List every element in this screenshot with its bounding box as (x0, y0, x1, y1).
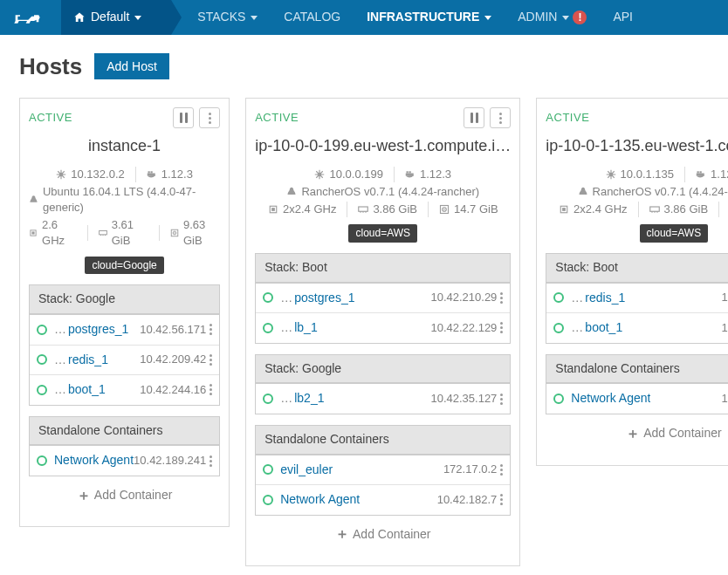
svg-rect-13 (409, 171, 410, 173)
environment-name: Default (91, 9, 129, 26)
container-ip: 10.42.209.42 (140, 352, 206, 367)
stack-section: Stack: Boot…postgres_110.42.210.29…lb_11… (255, 253, 511, 344)
stack-section: Stack: Google…lb2_110.42.35.127 (255, 354, 511, 414)
stack-header[interactable]: Stack: Boot (255, 253, 511, 282)
host-name: ip-10-0-1-135.eu-west-1.compute.i… (546, 135, 728, 157)
nav-item-infrastructure[interactable]: INFRASTRUCTURE (367, 9, 491, 26)
brand-logo[interactable] (0, 0, 61, 35)
host-os: RancherOS v0.7.1 (4.4.24-rancher) (286, 184, 479, 200)
top-nav: Default STACKSCATALOGINFRASTRUCTUREADMIN… (0, 0, 728, 35)
add-host-button[interactable]: Add Host (94, 53, 169, 79)
status-dot (263, 292, 273, 303)
host-card: ACTIVEip-10-0-1-135.eu-west-1.compute.i…… (536, 98, 728, 465)
page-header: Hosts Add Host (19, 51, 709, 82)
svg-rect-25 (562, 208, 566, 211)
name-prefix: … (571, 319, 583, 337)
container-link[interactable]: lb2_1 (294, 390, 324, 407)
more-menu-icon[interactable] (500, 463, 503, 476)
environment-switcher[interactable]: Default (61, 0, 171, 35)
chevron-down-icon (484, 16, 491, 20)
container-link[interactable]: redis_1 (68, 352, 108, 369)
nav-item-label: CATALOG (284, 9, 340, 26)
add-container-button[interactable]: ＋Add Container (29, 476, 220, 515)
container-row: …boot_110.42.244.16 (30, 374, 219, 405)
container-ip: 10.42.189.241 (134, 453, 206, 469)
container-link[interactable]: postgres_1 (294, 290, 354, 307)
host-ram: 3.61 GiB (99, 217, 148, 249)
status-dot (263, 495, 273, 505)
add-container-button[interactable]: ＋Add Container (546, 414, 728, 453)
chevron-down-icon (134, 16, 141, 20)
container-row: …postgres_110.42.210.29 (256, 283, 510, 313)
svg-rect-16 (359, 207, 368, 211)
host-card: ACTIVEinstance-110.132.0.21.12.3Ubuntu 1… (19, 98, 230, 527)
more-menu-icon (209, 112, 211, 125)
container-row: Network Agent10.42.110.76 (546, 383, 728, 414)
more-menu-icon[interactable] (500, 321, 503, 334)
host-disk: 9.63 GiB (170, 217, 220, 249)
nav-item-api[interactable]: API (613, 9, 633, 26)
host-disk: 14.7 GiB (439, 202, 498, 217)
container-ip: 10.42.244.16 (140, 382, 206, 398)
host-ram: 3.86 GiB (358, 202, 417, 217)
container-link[interactable]: redis_1 (585, 290, 625, 307)
container-ip: 10.42.35.127 (430, 391, 497, 407)
host-cpu: 2.6 GHz (29, 217, 77, 249)
status-dot (553, 394, 564, 404)
host-os: Ubuntu 16.04.1 LTS (4.4.0-47-generic) (29, 184, 220, 216)
host-status: ACTIVE (255, 110, 299, 126)
docker-version: 1.12.3 (696, 167, 728, 182)
status-dot (37, 385, 47, 395)
host-ip: 10.0.1.135 (606, 167, 674, 182)
stack-header[interactable]: Stack: Google (255, 354, 511, 383)
standalone-section: Standalone ContainersNetwork Agent10.42.… (29, 416, 220, 476)
container-link[interactable]: evil_euler (280, 462, 333, 479)
container-link[interactable]: boot_1 (585, 319, 622, 337)
nav-item-catalog[interactable]: CATALOG (284, 9, 340, 26)
standalone-header: Standalone Containers (255, 425, 511, 454)
container-ip: 10.42.182.7 (437, 492, 498, 508)
more-menu-icon[interactable] (209, 323, 212, 336)
more-menu-icon[interactable] (500, 493, 503, 506)
container-link[interactable]: lb_1 (294, 319, 317, 337)
svg-point-0 (59, 172, 64, 176)
container-ip: 10.42.56.171 (140, 322, 206, 338)
stack-section: Stack: Google…postgres_110.42.56.171…red… (29, 284, 220, 405)
more-menu-icon[interactable] (209, 455, 212, 468)
status-dot (553, 292, 564, 303)
status-dot (263, 394, 273, 404)
host-os: RancherOS v0.7.1 (4.4.24-rancher) (578, 184, 728, 200)
alert-icon: ! (573, 10, 587, 24)
more-menu-icon[interactable] (209, 353, 212, 366)
container-link[interactable]: postgres_1 (68, 321, 128, 339)
chevron-down-icon (562, 16, 569, 20)
pause-button[interactable] (464, 107, 484, 128)
add-container-button[interactable]: ＋Add Container (255, 516, 511, 554)
container-link[interactable]: Network Agent (280, 491, 360, 509)
host-name: instance-1 (29, 135, 220, 157)
host-menu-button[interactable] (199, 107, 220, 128)
host-grid: ACTIVEinstance-110.132.0.21.12.3Ubuntu 1… (19, 98, 709, 566)
nav-item-admin[interactable]: ADMIN! (518, 9, 587, 26)
standalone-section: Standalone Containersevil_euler172.17.0.… (255, 425, 511, 516)
status-dot (37, 455, 47, 466)
stack-header[interactable]: Stack: Google (29, 284, 220, 313)
nav-item-stacks[interactable]: STACKS (197, 9, 258, 26)
stack-header[interactable]: Stack: Boot (546, 253, 728, 282)
container-row: …lb2_110.42.35.127 (256, 383, 510, 414)
host-ip: 10.132.0.2 (56, 167, 124, 182)
more-menu-icon[interactable] (500, 393, 503, 406)
host-name: ip-10-0-0-199.eu-west-1.compute.i… (255, 135, 511, 157)
nav-menu: STACKSCATALOGINFRASTRUCTUREADMIN!API (171, 0, 728, 35)
more-menu-icon[interactable] (500, 291, 503, 305)
more-menu-icon[interactable] (209, 383, 212, 396)
container-link[interactable]: Network Agent (54, 452, 134, 469)
host-menu-button[interactable] (490, 107, 511, 128)
pause-button[interactable] (173, 107, 194, 128)
svg-point-9 (174, 233, 175, 234)
container-link[interactable]: boot_1 (68, 381, 106, 399)
add-container-label: Add Container (353, 526, 431, 544)
nav-item-label: ADMIN (518, 9, 557, 26)
svg-rect-3 (150, 171, 152, 173)
container-link[interactable]: Network Agent (571, 390, 650, 407)
